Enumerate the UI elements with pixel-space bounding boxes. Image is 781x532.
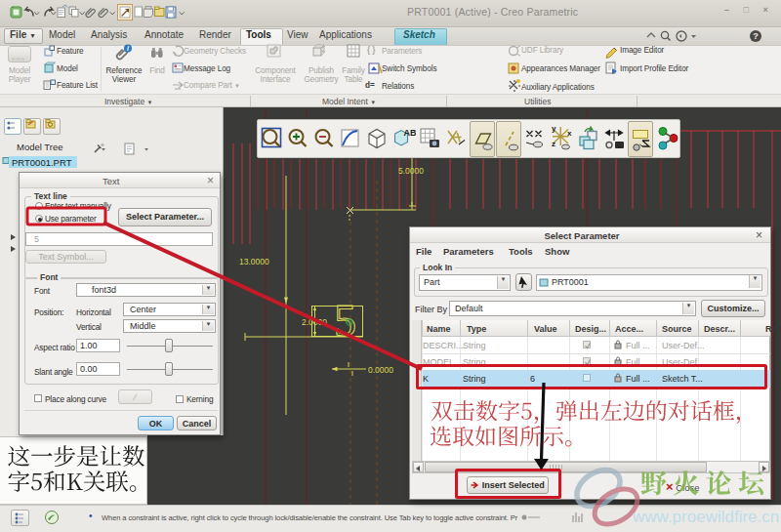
svg-text:0.0000: 0.0000 (368, 365, 393, 375)
svg-text:5: 5 (334, 296, 356, 346)
svg-text:13.0000: 13.0000 (239, 257, 269, 266)
svg-text:5.0000: 5.0000 (398, 166, 424, 176)
svg-text:z: z (552, 140, 555, 148)
svg-text:2.0000: 2.0000 (302, 317, 327, 327)
svg-text:AB: AB (404, 128, 417, 138)
svg-text:y: y (552, 124, 556, 133)
svg-text:x: x (567, 129, 572, 138)
